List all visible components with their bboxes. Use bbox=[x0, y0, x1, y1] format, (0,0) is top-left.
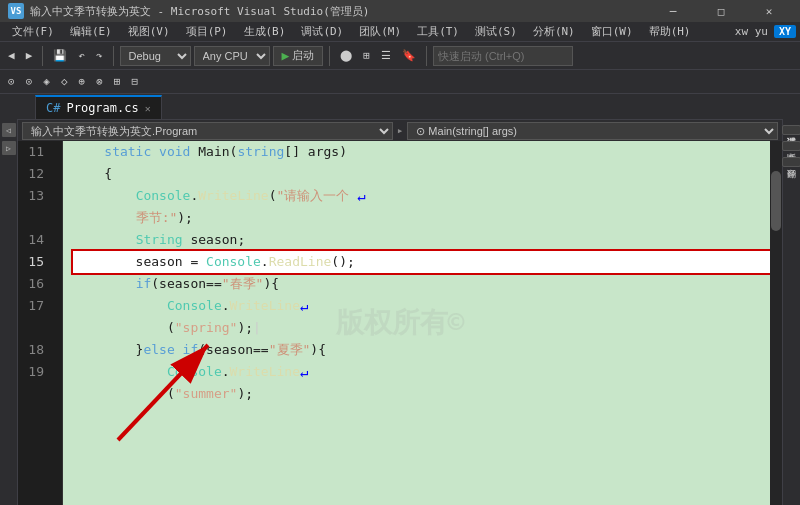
method-select[interactable]: ⊙ Main(string[] args) bbox=[407, 122, 778, 140]
line-num-12: 12 bbox=[18, 163, 52, 185]
code-line-19: Console . WriteLine ↵ bbox=[73, 361, 772, 383]
menu-bar: 文件(F) 编辑(E) 视图(V) 项目(P) 生成(B) 调试(D) 团队(M… bbox=[0, 22, 800, 42]
toolbar2-btn5[interactable]: ⊕ bbox=[75, 73, 90, 90]
window-title: 输入中文季节转换为英文 - Microsoft Visual Studio(管理… bbox=[30, 4, 369, 19]
panel-icon-2[interactable]: ▷ bbox=[2, 141, 16, 155]
code-content[interactable]: static void Main( string [] args) { Cons… bbox=[63, 141, 782, 505]
line-num-15: 15 bbox=[18, 251, 52, 273]
code-line-19b: ( "summer" ); bbox=[73, 383, 772, 405]
quick-search[interactable] bbox=[433, 46, 573, 66]
menu-window[interactable]: 窗口(W) bbox=[583, 22, 641, 41]
right-panel-breakpoints[interactable]: 断点 bbox=[782, 141, 800, 151]
toolbar2-btn2[interactable]: ⊙ bbox=[22, 73, 37, 90]
str-13b: 季节:" bbox=[136, 207, 178, 229]
kw-if-2: if bbox=[183, 339, 199, 361]
line-num-17: 17 bbox=[18, 295, 52, 317]
toolbar2-btn3[interactable]: ◈ bbox=[39, 73, 54, 90]
toolbar-breakpoint[interactable]: ⬤ bbox=[336, 47, 356, 64]
str-13: "请输入一个 bbox=[277, 185, 358, 207]
code-line-12: { bbox=[73, 163, 772, 185]
console-19: Console bbox=[167, 361, 222, 383]
toolbar-forward[interactable]: ▶ bbox=[22, 47, 37, 64]
toolbar-undo[interactable]: ↶ bbox=[74, 47, 89, 64]
menu-file[interactable]: 文件(F) bbox=[4, 22, 62, 41]
line-num-19: 19 bbox=[18, 361, 52, 383]
toolbar2-btn4[interactable]: ◇ bbox=[57, 73, 72, 90]
close-button[interactable]: ✕ bbox=[746, 0, 792, 22]
method-writeline-17: WriteLine bbox=[230, 295, 300, 317]
menu-project[interactable]: 项目(P) bbox=[178, 22, 236, 41]
console-17: Console bbox=[167, 295, 222, 317]
kw-string: string bbox=[237, 141, 284, 163]
str-summer-cn: "夏季" bbox=[269, 339, 311, 361]
type-string: String bbox=[136, 229, 183, 251]
editor-area[interactable]: 版权所有© 11 12 13 14 15 16 17 18 19 bbox=[18, 141, 782, 505]
arrow-icon-13: ↵ bbox=[357, 185, 365, 207]
code-line-14: String season; bbox=[73, 229, 772, 251]
console-13: Console bbox=[136, 185, 191, 207]
str-spring-cn: "春季" bbox=[222, 273, 264, 295]
nav-arrow: ▸ bbox=[393, 124, 408, 137]
tab-icon: C# bbox=[46, 101, 60, 115]
line-num-14: 14 bbox=[18, 229, 52, 251]
toolbar-back[interactable]: ◀ bbox=[4, 47, 19, 64]
code-lines: 11 12 13 14 15 16 17 18 19 static bbox=[18, 141, 782, 505]
play-icon: ▶ bbox=[282, 48, 290, 63]
menu-build[interactable]: 生成(B) bbox=[236, 22, 294, 41]
kw-else: else bbox=[143, 339, 174, 361]
platform-select[interactable]: Any CPU x86 x64 bbox=[194, 46, 270, 66]
method-writeline-19: WriteLine bbox=[230, 361, 300, 383]
line-num-18: 18 bbox=[18, 339, 52, 361]
vs-icon: VS bbox=[8, 3, 24, 19]
toolbar-user-area: xw yu XY bbox=[735, 25, 796, 38]
right-panel: 错误调试器 断点 翻译 bbox=[782, 119, 800, 505]
panel-icon-1[interactable]: ◁ bbox=[2, 123, 16, 137]
window-controls[interactable]: ─ □ ✕ bbox=[650, 0, 792, 22]
method-readline: ReadLine bbox=[269, 251, 332, 273]
separator-4 bbox=[426, 46, 427, 66]
scrollbar[interactable] bbox=[770, 141, 782, 505]
toolbar2-btn8[interactable]: ⊟ bbox=[127, 73, 142, 90]
arrow-icon-17: ↵ bbox=[300, 295, 308, 317]
right-panel-errors[interactable]: 错误调试器 bbox=[782, 125, 800, 135]
menu-help[interactable]: 帮助(H) bbox=[641, 22, 699, 41]
secondary-toolbar: ⊙ ⊙ ◈ ◇ ⊕ ⊗ ⊞ ⊟ bbox=[0, 70, 800, 94]
minimize-button[interactable]: ─ bbox=[650, 0, 696, 22]
code-line-17b: ( "spring" ); | bbox=[73, 317, 772, 339]
line-num-19b bbox=[18, 383, 52, 405]
code-line-15: season = Console . ReadLine (); bbox=[73, 251, 772, 273]
tab-close-btn[interactable]: ✕ bbox=[145, 103, 151, 114]
separator-3 bbox=[329, 46, 330, 66]
toolbar2-btn1[interactable]: ⊙ bbox=[4, 73, 19, 90]
editor-container: 版权所有© 11 12 13 14 15 16 17 18 19 bbox=[18, 141, 782, 505]
menu-view[interactable]: 视图(V) bbox=[120, 22, 178, 41]
line-numbers: 11 12 13 14 15 16 17 18 19 bbox=[18, 141, 63, 505]
code-line-16: if (season== "春季" ){ bbox=[73, 273, 772, 295]
arrow-icon-19: ↵ bbox=[300, 361, 308, 383]
toolbar-redo[interactable]: ↷ bbox=[92, 47, 107, 64]
tab-program-cs[interactable]: C# Program.cs ✕ bbox=[35, 95, 162, 119]
toolbar-save[interactable]: 💾 bbox=[49, 47, 71, 64]
toolbar-bookmark[interactable]: 🔖 bbox=[398, 47, 420, 64]
menu-team[interactable]: 团队(M) bbox=[351, 22, 409, 41]
separator-2 bbox=[113, 46, 114, 66]
toolbar-more1[interactable]: ⊞ bbox=[359, 47, 374, 64]
line-num-17b bbox=[18, 317, 52, 339]
menu-test[interactable]: 测试(S) bbox=[467, 22, 525, 41]
maximize-button[interactable]: □ bbox=[698, 0, 744, 22]
run-label: 启动 bbox=[292, 48, 314, 63]
scroll-thumb[interactable] bbox=[771, 171, 781, 231]
toolbar-more2[interactable]: ☰ bbox=[377, 47, 395, 64]
toolbar2-btn7[interactable]: ⊞ bbox=[110, 73, 125, 90]
run-button[interactable]: ▶ 启动 bbox=[273, 46, 324, 66]
title-bar-left: VS 输入中文季节转换为英文 - Microsoft Visual Studio… bbox=[8, 3, 369, 19]
namespace-select[interactable]: 输入中文季节转换为英文.Program bbox=[22, 122, 393, 140]
toolbar2-btn6[interactable]: ⊗ bbox=[92, 73, 107, 90]
code-line-13: Console . WriteLine ( "请输入一个 ↵ bbox=[73, 185, 772, 207]
menu-tools[interactable]: 工具(T) bbox=[409, 22, 467, 41]
right-panel-translate[interactable]: 翻译 bbox=[782, 157, 800, 167]
menu-debug[interactable]: 调试(D) bbox=[293, 22, 351, 41]
menu-analyze[interactable]: 分析(N) bbox=[525, 22, 583, 41]
menu-edit[interactable]: 编辑(E) bbox=[62, 22, 120, 41]
config-select[interactable]: Debug Release bbox=[120, 46, 191, 66]
